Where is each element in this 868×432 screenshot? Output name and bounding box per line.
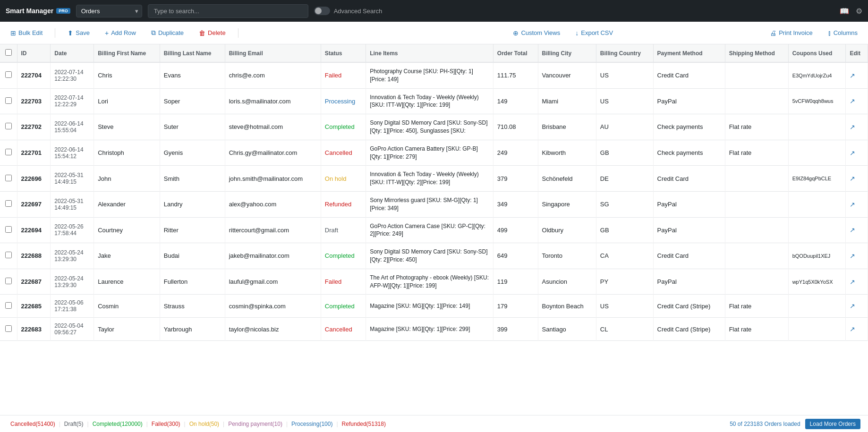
row-checkbox-cell[interactable] bbox=[0, 62, 17, 88]
edit-icon[interactable]: ↗ bbox=[850, 97, 855, 105]
col-header-status[interactable]: Status bbox=[321, 44, 366, 62]
col-header-last-name[interactable]: Billing Last Name bbox=[160, 44, 225, 62]
status-tag-cancelled[interactable]: Cancelled(51400) bbox=[8, 421, 58, 427]
row-checkbox-cell[interactable] bbox=[0, 191, 17, 217]
row-checkbox-cell[interactable] bbox=[0, 295, 17, 318]
col-header-shipping-method[interactable]: Shipping Method bbox=[725, 44, 788, 62]
edit-icon[interactable]: ↗ bbox=[850, 123, 855, 131]
row-email: chris@e.com bbox=[225, 62, 321, 88]
row-checkbox[interactable] bbox=[5, 252, 12, 258]
row-checkbox-cell[interactable] bbox=[0, 166, 17, 192]
print-invoice-button[interactable]: 🖨 Print Invoice bbox=[767, 27, 816, 39]
status-tag-draft[interactable]: Draft(5) bbox=[61, 421, 86, 427]
row-status: Cancelled bbox=[321, 318, 366, 341]
status-separator: | bbox=[58, 421, 61, 427]
row-edit-cell[interactable]: ↗ bbox=[846, 140, 868, 166]
edit-icon[interactable]: ↗ bbox=[850, 302, 855, 310]
entity-select-wrap[interactable]: Orders Products Customers Coupons bbox=[76, 5, 142, 17]
status-separator: | bbox=[86, 421, 90, 427]
edit-icon[interactable]: ↗ bbox=[850, 278, 855, 286]
status-tag-onhold[interactable]: On hold(50) bbox=[187, 421, 222, 427]
save-button[interactable]: ⬆ Save bbox=[65, 27, 93, 39]
row-edit-cell[interactable]: ↗ bbox=[846, 62, 868, 88]
bulk-edit-button[interactable]: ⊞ Bulk Edit bbox=[8, 27, 45, 39]
row-checkbox-cell[interactable] bbox=[0, 140, 17, 166]
row-edit-cell[interactable]: ↗ bbox=[846, 295, 868, 318]
row-checkbox[interactable] bbox=[5, 278, 12, 284]
edit-icon[interactable]: ↗ bbox=[850, 252, 855, 260]
advanced-search-toggle[interactable] bbox=[314, 7, 330, 15]
row-checkbox[interactable] bbox=[5, 226, 12, 233]
load-more-button[interactable]: Load More Orders bbox=[805, 419, 860, 429]
edit-icon[interactable]: ↗ bbox=[850, 325, 855, 333]
row-line-items: GoPro Action Camera Case [SKU: GP-C][Qty… bbox=[366, 217, 494, 243]
row-coupons bbox=[788, 217, 846, 243]
row-checkbox[interactable] bbox=[5, 200, 12, 207]
col-header-email[interactable]: Billing Email bbox=[225, 44, 321, 62]
row-checkbox-cell[interactable] bbox=[0, 269, 17, 295]
select-all-header[interactable] bbox=[0, 44, 17, 62]
row-line-items: Sony Digital SD Memory Card [SKU: Sony-S… bbox=[366, 114, 494, 140]
row-edit-cell[interactable]: ↗ bbox=[846, 191, 868, 217]
row-city: Oldbury bbox=[538, 217, 596, 243]
row-edit-cell[interactable]: ↗ bbox=[846, 318, 868, 341]
row-edit-cell[interactable]: ↗ bbox=[846, 243, 868, 269]
row-edit-cell[interactable]: ↗ bbox=[846, 114, 868, 140]
col-header-date[interactable]: Date bbox=[51, 44, 94, 62]
col-header-coupons[interactable]: Coupons Used bbox=[788, 44, 846, 62]
col-header-billing-country[interactable]: Billing Country bbox=[596, 44, 653, 62]
add-row-button[interactable]: + Add Row bbox=[102, 27, 139, 39]
row-edit-cell[interactable]: ↗ bbox=[846, 269, 868, 295]
row-checkbox[interactable] bbox=[5, 149, 12, 155]
status-bar: Cancelled(51400)|Draft(5)|Completed(1200… bbox=[0, 415, 868, 432]
export-csv-button[interactable]: ↓ Export CSV bbox=[572, 27, 616, 39]
edit-icon[interactable]: ↗ bbox=[850, 72, 855, 79]
delete-button[interactable]: 🗑 Delete bbox=[196, 27, 229, 39]
export-csv-label: Export CSV bbox=[581, 29, 613, 36]
search-input[interactable] bbox=[148, 4, 308, 18]
row-checkbox-cell[interactable] bbox=[0, 217, 17, 243]
col-header-first-name[interactable]: Billing First Name bbox=[94, 44, 160, 62]
row-checkbox[interactable] bbox=[5, 325, 12, 332]
row-checkbox[interactable] bbox=[5, 302, 12, 309]
col-header-order-total[interactable]: Order Total bbox=[493, 44, 538, 62]
row-checkbox[interactable] bbox=[5, 71, 12, 78]
status-tag-pending[interactable]: Pending payment(10) bbox=[225, 421, 285, 427]
entity-select[interactable]: Orders Products Customers Coupons bbox=[76, 5, 142, 17]
pro-badge: PRO bbox=[56, 8, 70, 14]
status-tag-completed[interactable]: Completed(120000) bbox=[90, 421, 145, 427]
row-edit-cell[interactable]: ↗ bbox=[846, 166, 868, 192]
edit-icon[interactable]: ↗ bbox=[850, 149, 855, 157]
row-checkbox[interactable] bbox=[5, 97, 12, 104]
row-checkbox[interactable] bbox=[5, 175, 12, 181]
row-checkbox-cell[interactable] bbox=[0, 114, 17, 140]
row-checkbox-cell[interactable] bbox=[0, 243, 17, 269]
row-coupons bbox=[788, 191, 846, 217]
print-invoice-icon: 🖨 bbox=[770, 29, 776, 37]
edit-icon[interactable]: ↗ bbox=[850, 201, 855, 208]
top-nav: Smart Manager PRO Orders Products Custom… bbox=[0, 0, 868, 22]
columns-button[interactable]: ⫿ Columns bbox=[825, 27, 860, 39]
col-header-billing-city[interactable]: Billing City bbox=[538, 44, 596, 62]
row-checkbox-cell[interactable] bbox=[0, 318, 17, 341]
row-city: Asuncion bbox=[538, 269, 596, 295]
select-all-checkbox[interactable] bbox=[5, 49, 12, 56]
status-tag-failed[interactable]: Failed(300) bbox=[149, 421, 183, 427]
row-edit-cell[interactable]: ↗ bbox=[846, 217, 868, 243]
duplicate-button[interactable]: ⧉ Duplicate bbox=[148, 27, 187, 39]
custom-views-button[interactable]: ⊕ Custom Views bbox=[510, 27, 563, 39]
edit-icon[interactable]: ↗ bbox=[850, 226, 855, 234]
row-checkbox[interactable] bbox=[5, 123, 12, 129]
col-header-payment-method[interactable]: Payment Method bbox=[653, 44, 725, 62]
row-city: Miami bbox=[538, 88, 596, 114]
status-tag-refunded[interactable]: Refunded(51318) bbox=[339, 421, 389, 427]
gear-icon[interactable]: ⚙ bbox=[856, 7, 862, 16]
col-header-id[interactable]: ID bbox=[17, 44, 51, 62]
col-header-line-items[interactable]: Line Items bbox=[366, 44, 494, 62]
status-tag-processing[interactable]: Processing(100) bbox=[289, 421, 335, 427]
row-checkbox-cell[interactable] bbox=[0, 88, 17, 114]
row-payment-method: PayPal bbox=[653, 269, 725, 295]
book-icon[interactable]: 📖 bbox=[840, 7, 849, 16]
row-edit-cell[interactable]: ↗ bbox=[846, 88, 868, 114]
edit-icon[interactable]: ↗ bbox=[850, 175, 855, 182]
